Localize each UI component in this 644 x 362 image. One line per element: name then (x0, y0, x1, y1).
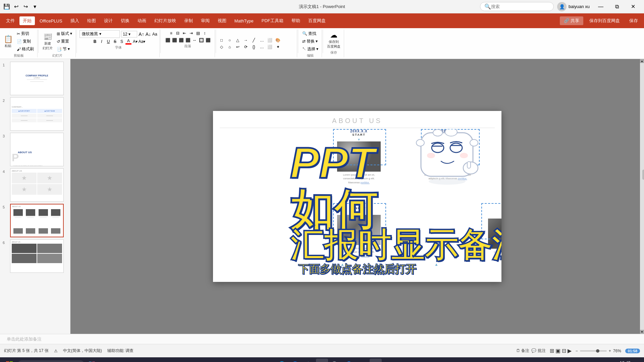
menu-transition[interactable]: 切换 (117, 16, 133, 25)
slide-thumb-5[interactable]: 5 ABOUT US (3, 204, 67, 237)
font-size-select[interactable]: 12 ▾ (121, 31, 137, 38)
shape-fill[interactable]: 🎨 (275, 37, 281, 43)
section-button[interactable]: 📑 节 ▾ (55, 46, 73, 53)
justify-button[interactable]: ⬛ (185, 37, 191, 43)
taskbar-chrome-icon[interactable]: 🔵 (289, 359, 301, 362)
save-icon[interactable]: 💾 (3, 3, 10, 10)
search-input[interactable] (491, 4, 545, 9)
cut-button[interactable]: ✂ 剪切 (15, 30, 35, 37)
menu-view[interactable]: 视图 (214, 16, 230, 25)
start-button[interactable] (3, 359, 16, 362)
decrease-indent-button[interactable]: ⇤ (181, 30, 187, 36)
menu-file[interactable]: 文件 (3, 16, 18, 25)
menu-mathtype[interactable]: MathType (231, 17, 257, 25)
shape-line[interactable]: ╱ (251, 37, 257, 43)
taskbar-explorer-icon[interactable] (86, 359, 98, 362)
select-button[interactable]: ↖ 选择 ▾ (301, 46, 320, 53)
menu-help[interactable]: 帮助 (288, 16, 304, 25)
share-button[interactable]: 🔗 共享 (560, 16, 583, 25)
shape-effect[interactable]: ✦ (275, 44, 281, 50)
taskbar-mail-icon[interactable]: 📧 (356, 359, 368, 362)
slide-thumb-2[interactable]: 2 CONTENT... ■ OUR STORY ■ OUR TEAM ————… (3, 97, 67, 131)
line-spacing-button[interactable]: ↕ (202, 30, 208, 36)
align-left-button[interactable]: ⬛ (165, 37, 171, 43)
shape-rect[interactable]: □ (219, 37, 225, 43)
menu-slideshow[interactable]: 幻灯片放映 (151, 16, 179, 25)
zoom-slider[interactable] (580, 350, 607, 352)
underline-button[interactable]: U (105, 39, 111, 45)
taskbar-weather-icon[interactable]: 🌤 (303, 359, 315, 362)
slide-thumb-4[interactable]: 4 ABOUT US ★ ★ ★ ★ (3, 168, 67, 202)
view-reading-button[interactable]: ⊟ (562, 348, 566, 354)
zoom-out-button[interactable]: − (576, 349, 578, 353)
undo-icon[interactable]: ↩ (13, 3, 19, 10)
menu-pdf[interactable]: PDF工具箱 (258, 16, 287, 25)
customize-icon[interactable]: ▾ (32, 3, 38, 10)
smart-art-button[interactable]: 🔲 (198, 37, 204, 43)
align-center-button[interactable]: ⬛ (171, 37, 177, 43)
text-shadow-button[interactable]: S (119, 39, 125, 45)
menu-review[interactable]: 审阅 (198, 16, 213, 25)
taskbar-edge-icon[interactable]: 🌐 (276, 359, 288, 362)
menu-home[interactable]: 开始 (19, 16, 35, 25)
restore-button[interactable]: ⧉ (609, 0, 625, 13)
shape-outline[interactable]: ⬜ (267, 44, 273, 50)
shape-s3[interactable]: ↩ (235, 44, 241, 50)
font-grow-icon[interactable]: A↑ (139, 32, 144, 37)
menu-animation[interactable]: 动画 (134, 16, 150, 25)
zoom-in-button[interactable]: + (609, 349, 611, 353)
shape-circle[interactable]: ○ (227, 37, 233, 43)
search-box[interactable]: 🔍 (480, 2, 554, 11)
font-family-select[interactable]: 微软雅黑 ▾ (79, 30, 120, 38)
format-painter-button[interactable]: 🖌 格式刷 (15, 46, 35, 53)
comments-button[interactable]: 💬 批注 (531, 348, 545, 354)
shape-s5[interactable]: {} (251, 44, 257, 50)
taskbar-person-icon[interactable]: 👤 (343, 359, 355, 362)
copy-button[interactable]: 📄 复制 (15, 38, 35, 45)
right-scrollbar[interactable]: ▲ ▼ (640, 59, 644, 334)
view-slide-button[interactable]: ▣ (555, 348, 560, 354)
align-right-button[interactable]: ⬛ (178, 37, 184, 43)
font-color-button[interactable]: A (125, 39, 131, 45)
numbered-list-button[interactable]: ⊟ (175, 30, 181, 36)
minimize-button[interactable]: — (593, 0, 608, 13)
shape-s1[interactable]: ◇ (219, 44, 225, 50)
find-button[interactable]: 🔍 查找 (301, 30, 320, 37)
view-presentation-button[interactable]: ▶ (568, 348, 572, 354)
shape-more[interactable]: … (259, 37, 265, 43)
menu-record[interactable]: 录制 (181, 16, 196, 25)
clear-format-icon[interactable]: Aa (152, 32, 157, 37)
redo-icon[interactable]: ↪ (22, 3, 29, 10)
layout-button[interactable]: ⊞ 版式 ▾ (55, 30, 73, 37)
shape-s2[interactable]: ⌂ (227, 44, 233, 50)
save-baidu-ribbon-button[interactable]: ☁ 保存到 百度网盘 (326, 30, 342, 50)
taskbar-search[interactable]: 🔍 搜索 (17, 360, 85, 362)
notes-button[interactable]: 🗒 备注 (516, 348, 529, 354)
reset-button[interactable]: ↺ 重置 (55, 38, 73, 45)
notes-area[interactable]: 单击此处添加备注 (0, 334, 644, 344)
font-shrink-icon[interactable]: A↓ (146, 32, 151, 37)
paste-button[interactable]: 📋 粘贴 (2, 34, 14, 49)
taskbar-settings-icon[interactable]: ⚙ (316, 359, 328, 362)
menu-draw[interactable]: 绘图 (84, 16, 99, 25)
bold-button[interactable]: B (92, 39, 98, 45)
replace-button[interactable]: ⇄ 替换 ▾ (301, 38, 320, 45)
bullet-list-button[interactable]: ≡ (168, 30, 174, 36)
slide-thumb-1[interactable]: 1 COMPANY PROFILE 公司简介 ———————— (3, 62, 67, 95)
menu-officeplus[interactable]: OfficePLUS (36, 17, 66, 25)
shape-more2[interactable]: … (259, 44, 265, 50)
taskbar-powerpoint-icon[interactable]: P (370, 359, 382, 362)
highlight-button[interactable]: A▾ (132, 39, 138, 45)
shape-s4[interactable]: ⟳ (243, 44, 249, 50)
convert-button[interactable]: ⬛ (205, 37, 211, 43)
menu-design[interactable]: 设计 (101, 16, 116, 25)
italic-button[interactable]: I (99, 39, 105, 45)
slide-thumb-3[interactable]: 3 P ABOUT US Lorem ipsum dolor sit amet … (3, 133, 67, 166)
strikethrough-button[interactable]: S (112, 39, 118, 45)
new-slide-button[interactable]: 📰 新建 幻灯片 (41, 32, 54, 51)
shape-arrow[interactable]: → (243, 37, 249, 43)
font-size-label[interactable]: Aa▾ (139, 39, 145, 45)
menu-insert[interactable]: 插入 (67, 16, 83, 25)
taskbar-file-manager[interactable]: 📁 (262, 359, 274, 362)
system-clock[interactable]: 19:45 2024/5/24 (611, 360, 633, 362)
